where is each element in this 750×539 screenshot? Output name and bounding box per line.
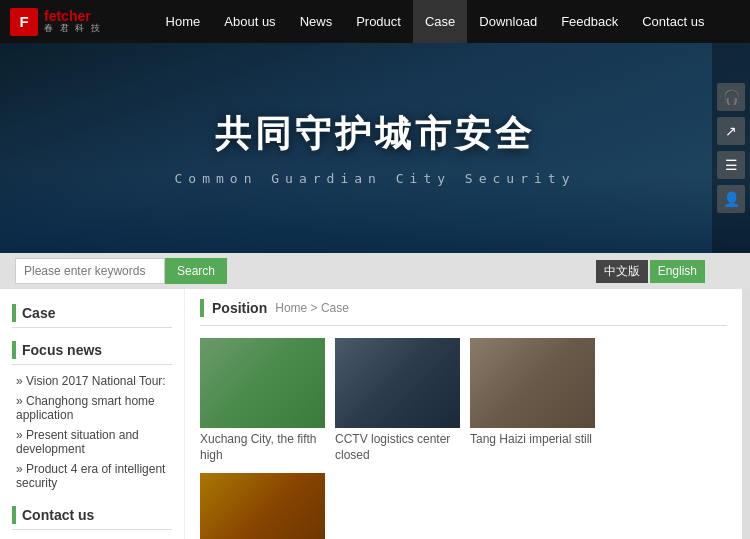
case-caption-2: Tang Haizi imperial still (470, 432, 595, 448)
search-bar: Search 中文版 English (0, 253, 750, 289)
sidebar-case-title: Case (0, 299, 184, 327)
case-item-3: Lighting engineering, No. (200, 473, 325, 539)
case-image-3 (200, 473, 325, 539)
logo-icon: F (10, 8, 38, 36)
lang-switcher: 中文版 English (596, 260, 705, 283)
nav-feedback[interactable]: Feedback (549, 0, 630, 43)
case-image-1 (335, 338, 460, 428)
sidebar-news-link-0[interactable]: » Vision 2017 National Tour: (0, 371, 184, 391)
search-button[interactable]: Search (165, 258, 227, 284)
case-image-2 (470, 338, 595, 428)
contact-bar-accent (12, 506, 16, 524)
sidebar-case-section: Case (0, 299, 184, 328)
sidebar-focus-title: Focus news (0, 336, 184, 364)
case-bar-accent (12, 304, 16, 322)
sidebar-news-link-1[interactable]: » Changhong smart home application (0, 391, 184, 425)
lang-cn-button[interactable]: 中文版 (596, 260, 648, 283)
case-caption-0: Xuchang City, the fifth high (200, 432, 325, 463)
focus-bar-accent (12, 341, 16, 359)
hero-section: 共同守护城市安全 Common Guardian City Security 🎧… (0, 43, 750, 253)
sidebar-news-link-2[interactable]: » Present situation and development (0, 425, 184, 459)
hero-title: 共同守护城市安全 (215, 110, 535, 159)
search-input[interactable] (15, 258, 165, 284)
main-area: Case Focus news » Vision 2017 National T… (0, 289, 750, 539)
nav-product[interactable]: Product (344, 0, 413, 43)
sidebar-contact-section: Contact us Tel: xxxx Mailbox: xxxxx URL:… (0, 501, 184, 539)
nav-news[interactable]: News (288, 0, 345, 43)
logo-name: fetcher (44, 9, 102, 24)
position-breadcrumb: Home > Case (275, 301, 349, 315)
headset-icon[interactable]: 🎧 (717, 83, 745, 111)
logo-subtext: 春 君 科 技 (44, 24, 102, 34)
logo[interactable]: F fetcher 春 君 科 技 (10, 8, 130, 36)
sidebar: Case Focus news » Vision 2017 National T… (0, 289, 185, 539)
nav-about[interactable]: About us (212, 0, 287, 43)
logo-text: fetcher 春 君 科 技 (44, 9, 102, 34)
position-bar-accent (200, 299, 204, 317)
nav-download[interactable]: Download (467, 0, 549, 43)
cases-grid: Xuchang City, the fifth high CCTV logist… (200, 338, 727, 539)
sidebar-focus-section: Focus news » Vision 2017 National Tour: … (0, 336, 184, 493)
case-item-1: CCTV logistics center closed (335, 338, 460, 463)
share-icon[interactable]: ↗ (717, 117, 745, 145)
person-icon[interactable]: 👤 (717, 185, 745, 213)
scrollbar[interactable] (742, 289, 750, 539)
nav-case[interactable]: Case (413, 0, 467, 43)
nav-contact[interactable]: Contact us (630, 0, 716, 43)
sidebar-contact-title: Contact us (0, 501, 184, 529)
nav-home[interactable]: Home (154, 0, 213, 43)
case-image-0 (200, 338, 325, 428)
hero-side-panel: 🎧 ↗ ☰ 👤 (712, 43, 750, 253)
case-item-0: Xuchang City, the fifth high (200, 338, 325, 463)
case-item-2: Tang Haizi imperial still (470, 338, 595, 463)
sidebar-news-link-3[interactable]: » Product 4 era of intelligent security (0, 459, 184, 493)
list-icon[interactable]: ☰ (717, 151, 745, 179)
lang-en-button[interactable]: English (650, 260, 705, 283)
main-nav: Home About us News Product Case Download… (130, 0, 740, 43)
hero-subtitle: Common Guardian City Security (175, 171, 576, 186)
case-caption-1: CCTV logistics center closed (335, 432, 460, 463)
position-label: Position (212, 300, 267, 316)
content-area: Position Home > Case Xuchang City, the f… (185, 289, 742, 539)
position-bar: Position Home > Case (200, 299, 727, 326)
header: F fetcher 春 君 科 技 Home About us News Pro… (0, 0, 750, 43)
